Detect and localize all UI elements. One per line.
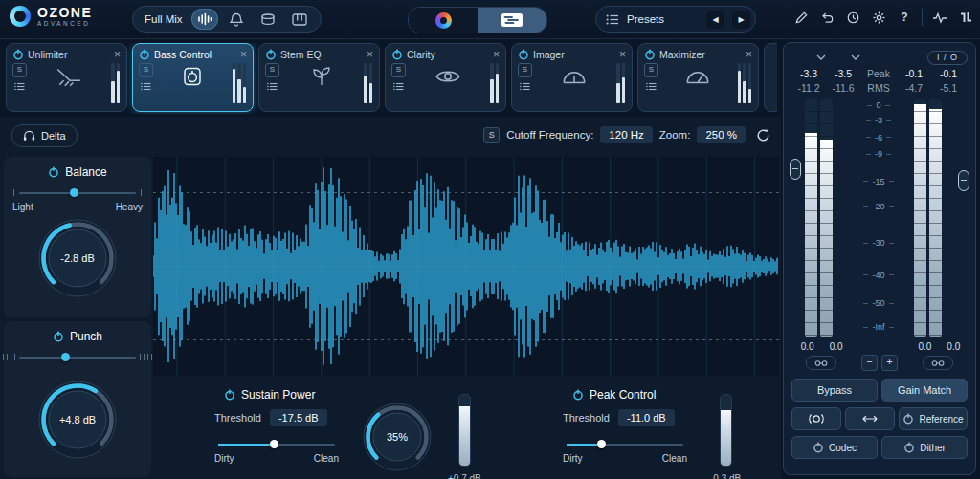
module-close-icon[interactable]: × xyxy=(746,50,752,59)
width-arrows-icon xyxy=(861,412,879,425)
module-preset-list-icon[interactable] xyxy=(267,82,278,91)
punch-slider[interactable] xyxy=(19,352,136,362)
sustain-knob[interactable]: 35% xyxy=(362,402,433,472)
sustain-min-label: Dirty xyxy=(214,453,234,464)
module-solo-button[interactable]: S xyxy=(644,63,658,77)
module-power-icon[interactable] xyxy=(139,49,150,60)
dither-power-icon[interactable] xyxy=(903,442,915,453)
sustain-meter xyxy=(458,394,471,467)
waveform-display[interactable] xyxy=(153,157,779,376)
preset-bar[interactable]: Presets ◀ ▶ xyxy=(595,6,756,33)
module-power-icon[interactable] xyxy=(518,49,529,60)
module-card-clarity[interactable]: Clarity×S xyxy=(385,43,506,112)
codec-power-icon[interactable] xyxy=(813,442,824,453)
peak-threshold-value[interactable]: -11.0 dB xyxy=(618,409,675,426)
solo-badge[interactable]: S xyxy=(483,127,500,143)
stereo-mode-button[interactable] xyxy=(791,407,841,430)
sustain-power-icon[interactable] xyxy=(224,389,235,401)
module-power-icon[interactable] xyxy=(644,49,656,60)
tonal-balance-icon[interactable] xyxy=(409,8,478,33)
module-solo-button[interactable]: S xyxy=(391,63,406,77)
module-close-icon[interactable]: × xyxy=(493,50,500,59)
module-power-icon[interactable] xyxy=(265,49,277,60)
module-preset-list-icon[interactable] xyxy=(141,82,151,91)
module-close-icon[interactable]: × xyxy=(367,50,373,59)
module-card-bass-control[interactable]: Bass Control×S xyxy=(132,43,254,112)
module-close-icon[interactable]: × xyxy=(240,50,247,59)
gain-match-button[interactable]: Gain Match xyxy=(881,379,968,402)
preset-label[interactable]: Presets xyxy=(627,13,699,25)
delta-label: Delta xyxy=(41,130,66,142)
module-name: Unlimiter xyxy=(28,49,110,60)
dither-button[interactable]: Dither xyxy=(881,436,968,459)
balance-power-icon[interactable] xyxy=(48,166,59,178)
width-button[interactable] xyxy=(845,407,895,430)
help-icon[interactable]: ? xyxy=(896,9,913,26)
zoom-value[interactable]: 250 % xyxy=(697,126,746,143)
meter-options-chevron-icon[interactable] xyxy=(851,54,860,60)
sustain-threshold-value[interactable]: -17.5 dB xyxy=(270,409,327,426)
module-solo-button[interactable]: S xyxy=(518,63,532,77)
peak-slider[interactable] xyxy=(567,439,683,449)
meter-zoom-in-button[interactable]: + xyxy=(881,355,898,371)
codec-button[interactable]: Codec xyxy=(791,436,878,459)
io-meters: 0-3-6-9-15-20-30-40-50-Inf xyxy=(791,99,968,337)
output-link-icon[interactable] xyxy=(923,356,953,370)
module-preset-list-icon[interactable] xyxy=(520,82,530,91)
bell-icon[interactable] xyxy=(223,9,250,30)
preset-next-button[interactable]: ▶ xyxy=(732,11,750,29)
balance-knob[interactable]: -2.8 dB xyxy=(37,218,118,298)
keys-icon[interactable] xyxy=(286,9,313,30)
history-icon[interactable] xyxy=(844,9,861,26)
output-gain-handle[interactable] xyxy=(958,170,969,191)
delta-button[interactable]: Delta xyxy=(11,124,78,147)
module-solo-button[interactable]: S xyxy=(265,63,279,77)
module-card-imager[interactable]: Imager×S xyxy=(511,43,633,112)
module-close-icon[interactable]: × xyxy=(619,50,626,59)
module-power-icon[interactable] xyxy=(391,49,403,60)
peak-power-icon[interactable] xyxy=(572,389,584,401)
module-card-maximizer[interactable]: Maximizer×S xyxy=(637,43,759,112)
module-solo-button[interactable]: S xyxy=(139,63,153,77)
module-preset-list-icon[interactable] xyxy=(646,82,657,91)
cutoff-value[interactable]: 120 Hz xyxy=(600,126,652,143)
ni-logo-icon[interactable] xyxy=(957,9,974,26)
drum-icon[interactable] xyxy=(255,9,281,30)
module-card-partial[interactable] xyxy=(764,43,777,112)
undo-icon[interactable] xyxy=(818,9,835,26)
rms-label: RMS xyxy=(860,82,897,94)
preset-list-icon xyxy=(606,13,619,26)
module-solo-button[interactable]: S xyxy=(12,63,27,77)
module-close-icon[interactable]: × xyxy=(114,50,121,59)
io-toggle-button[interactable]: I / O xyxy=(927,51,968,65)
bypass-button[interactable]: Bypass xyxy=(791,379,878,402)
punch-value: +4.8 dB xyxy=(37,380,118,460)
module-card-unlimiter[interactable]: Unlimiter×S xyxy=(6,43,127,112)
sustain-slider[interactable] xyxy=(218,439,335,449)
input-link-icon[interactable] xyxy=(806,356,836,370)
stereo-icon xyxy=(807,412,826,425)
preset-prev-button[interactable]: ◀ xyxy=(706,11,724,29)
module-card-stem-eq[interactable]: Stem EQ×S xyxy=(258,43,380,112)
gear-icon[interactable] xyxy=(870,9,887,26)
module-preset-list-icon[interactable] xyxy=(393,82,404,91)
reference-button[interactable]: Reference xyxy=(899,407,968,430)
input-gain-handle[interactable] xyxy=(790,159,801,180)
signal-icon[interactable] xyxy=(931,9,948,26)
reference-power-icon[interactable] xyxy=(902,413,914,425)
balance-slider[interactable] xyxy=(19,187,136,198)
detailed-view-icon[interactable] xyxy=(478,8,546,33)
waveform-icon[interactable] xyxy=(191,9,218,30)
punch-power-icon[interactable] xyxy=(53,331,64,342)
module-power-icon[interactable] xyxy=(12,49,24,60)
meter-zoom-out-button[interactable]: − xyxy=(861,355,878,371)
meter-options-chevron-icon[interactable] xyxy=(816,54,826,60)
zoom-reset-icon[interactable] xyxy=(754,126,771,143)
punch-knob[interactable]: +4.8 dB xyxy=(37,380,118,460)
input-gain-left: 0.0 xyxy=(801,341,814,352)
module-preset-list-icon[interactable] xyxy=(14,82,25,91)
pencil-icon[interactable] xyxy=(792,9,810,26)
view-toggle[interactable] xyxy=(408,7,547,33)
mix-selector[interactable]: Full Mix xyxy=(132,6,322,33)
input-peak-left: -3.3 xyxy=(791,68,826,79)
